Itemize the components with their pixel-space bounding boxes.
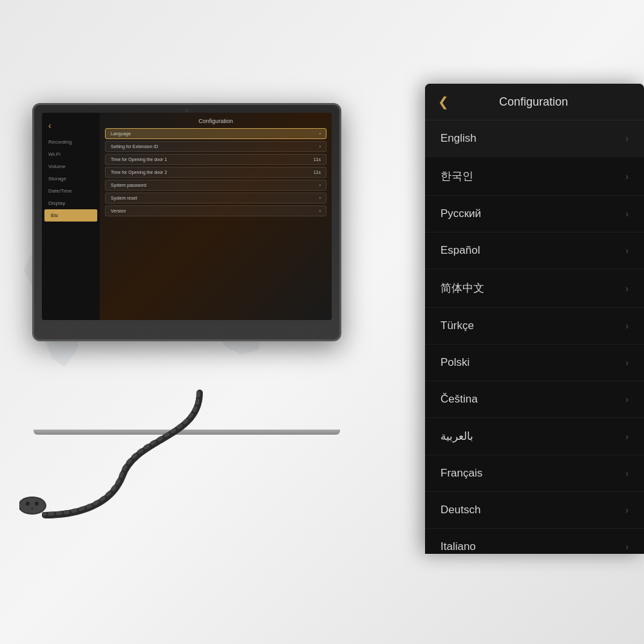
- screen-door2-item[interactable]: Time for Opening the door 2 11s: [105, 167, 327, 178]
- screen-menu-etc[interactable]: Etc: [44, 209, 97, 222]
- screen-door2-label: Time for Opening the door 2: [111, 170, 167, 175]
- lang-name-2: Русский: [440, 207, 481, 220]
- lang-item-7[interactable]: Čeština›: [425, 381, 644, 418]
- lang-chevron-1: ›: [625, 171, 629, 182]
- screen-menu-wifi[interactable]: Wi-Fi: [42, 148, 100, 160]
- lang-chevron-4: ›: [625, 283, 629, 294]
- lang-chevron-3: ›: [625, 245, 629, 256]
- lang-name-4: 简体中文: [440, 281, 484, 296]
- lang-chevron-0: ›: [625, 133, 629, 144]
- phone-config-title: Configuration: [455, 95, 612, 109]
- lang-name-11: Italiano: [440, 540, 476, 552]
- phone-header: ❮ Configuration: [425, 84, 644, 120]
- lang-item-11[interactable]: Italiano›: [425, 529, 644, 552]
- screen-menu-display[interactable]: Display: [42, 197, 100, 209]
- screen-extension-chevron: ›: [319, 144, 321, 149]
- lang-item-2[interactable]: Русский›: [425, 196, 644, 232]
- screen-password-chevron: ›: [319, 183, 321, 187]
- tablet-screen: ‹ Recording Wi-Fi Volume Storage Date/Ti…: [42, 113, 332, 320]
- lang-name-6: Polski: [440, 356, 469, 369]
- svg-point-1: [19, 498, 45, 513]
- screen-config-title: Configuration: [105, 118, 327, 124]
- screen-extension-label: Setting for Extension ID: [111, 144, 158, 149]
- screen-lang-label: Language: [111, 131, 131, 136]
- screen-door1-label: Time for Opening the door 1: [111, 157, 167, 162]
- lang-name-5: Türkçe: [440, 319, 474, 332]
- screen-menu-datetime[interactable]: Date/Time: [42, 185, 100, 197]
- lang-chevron-6: ›: [625, 357, 629, 368]
- screen-sidebar: ‹ Recording Wi-Fi Volume Storage Date/Ti…: [42, 113, 100, 320]
- lang-chevron-8: ›: [625, 431, 629, 442]
- lang-chevron-5: ›: [625, 321, 629, 331]
- screen-door1-item[interactable]: Time for Opening the door 1 11s: [105, 154, 327, 165]
- lang-item-3[interactable]: Español›: [425, 232, 644, 269]
- screen-back-button[interactable]: ‹: [42, 118, 100, 133]
- screen-lang-item[interactable]: Language ›: [105, 128, 327, 139]
- lang-item-4[interactable]: 简体中文›: [425, 269, 644, 308]
- screen-lang-chevron: ›: [319, 131, 321, 136]
- lang-item-5[interactable]: Türkçe›: [425, 308, 644, 345]
- lang-chevron-2: ›: [625, 209, 629, 219]
- lang-item-6[interactable]: Polski›: [425, 345, 644, 381]
- lang-item-8[interactable]: بالعربية›: [425, 418, 644, 455]
- screen-extension-item[interactable]: Setting for Extension ID ›: [105, 141, 327, 152]
- svg-point-3: [35, 502, 39, 506]
- lang-name-1: 한국인: [440, 169, 473, 184]
- screen-reset-item[interactable]: System reset ›: [105, 193, 327, 204]
- lang-chevron-7: ›: [625, 394, 629, 404]
- lang-chevron-10: ›: [625, 505, 629, 515]
- screen-version-label: Version: [111, 209, 126, 213]
- phone-back-button[interactable]: ❮: [438, 94, 449, 109]
- lang-item-10[interactable]: Deutsch›: [425, 492, 644, 529]
- phone-panel: ❮ Configuration English›한국인›Русский›Espa…: [425, 84, 644, 554]
- language-list: English›한국인›Русский›Español›简体中文›Türkçe›…: [425, 120, 644, 552]
- screen-door2-value: 11s: [314, 170, 321, 175]
- power-cable: [19, 386, 316, 528]
- tablet-frame: ‹ Recording Wi-Fi Volume Storage Date/Ti…: [32, 103, 341, 341]
- screen-menu-volume[interactable]: Volume: [42, 160, 100, 173]
- lang-item-9[interactable]: Français›: [425, 455, 644, 492]
- screen-main-content: Configuration Language › Setting for Ext…: [100, 113, 332, 320]
- screen-version-item[interactable]: Version ›: [105, 205, 327, 216]
- device-area: ‹ Recording Wi-Fi Volume Storage Date/Ti…: [19, 77, 380, 528]
- lang-name-7: Čeština: [440, 393, 478, 406]
- lang-item-1[interactable]: 한국인›: [425, 157, 644, 196]
- lang-name-8: بالعربية: [440, 430, 473, 443]
- screen-password-label: System password: [111, 183, 146, 187]
- screen-reset-label: System reset: [111, 196, 137, 200]
- screen-password-item[interactable]: System password ›: [105, 180, 327, 191]
- svg-point-4: [31, 507, 33, 510]
- lang-name-9: Français: [440, 467, 482, 480]
- screen-menu-storage[interactable]: Storage: [42, 173, 100, 185]
- screen-reset-chevron: ›: [319, 196, 321, 200]
- lang-name-10: Deutsch: [440, 504, 480, 516]
- svg-point-2: [26, 502, 30, 506]
- lang-chevron-11: ›: [625, 542, 629, 552]
- screen-menu-recording[interactable]: Recording: [42, 136, 100, 148]
- screen-door1-value: 11s: [314, 157, 321, 162]
- screen-version-chevron: ›: [319, 209, 321, 213]
- lang-chevron-9: ›: [625, 468, 629, 478]
- camera-dot: [185, 108, 189, 112]
- lang-name-3: Español: [440, 244, 480, 257]
- lang-item-0[interactable]: English›: [425, 120, 644, 157]
- lang-name-0: English: [440, 132, 477, 145]
